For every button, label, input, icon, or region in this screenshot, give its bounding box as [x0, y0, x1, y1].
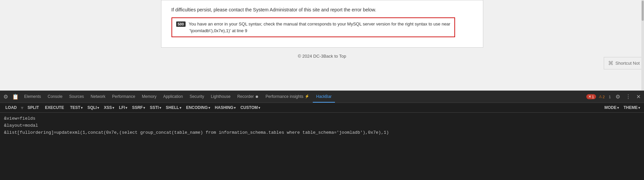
tabs-right-controls: ✕ 1 ⚠ 2 1 ⚙ ⋮ ✕ [586, 92, 643, 101]
close-devtools-button[interactable]: ✕ [634, 92, 643, 101]
shortcut-icon: ⌘ [608, 60, 613, 66]
lfi-arrow: ▾ [126, 106, 127, 110]
shortcut-panel: ⌘ Shortcut Not [604, 57, 644, 69]
tab-performance-insights[interactable]: Performance insights ⚡ [262, 91, 313, 103]
error-box: 500 You have an error in your SQL syntax… [171, 17, 455, 37]
scrollbar-thumb [642, 1, 644, 21]
sqli-arrow: ▾ [97, 106, 99, 110]
content-box: If difficulties persist, please contact … [161, 0, 483, 48]
tab-sources[interactable]: Sources [66, 91, 87, 103]
ssrf-arrow: ▾ [143, 106, 145, 110]
toolbar-right: MODE ▾ THEME ▾ [602, 104, 641, 111]
devtools-tabs: ⚙ 📋 Elements Console Sources Network Per… [0, 91, 644, 103]
recorder-icon: ⏺ [255, 95, 259, 99]
tab-console[interactable]: Console [44, 91, 66, 103]
devtools-panel: ⚙ 📋 Elements Console Sources Network Per… [0, 91, 644, 180]
ssrf-button[interactable]: SSRF ▾ [129, 104, 146, 111]
ssti-button[interactable]: SSTI ▾ [147, 104, 162, 111]
error-detail: '\joomladb\'),0x7e),1)' at line 9 [190, 28, 247, 33]
devtools-icon-left[interactable]: ⚙ [1, 92, 10, 101]
status-badge: 500 [176, 21, 186, 27]
right-scrollbar[interactable] [641, 0, 644, 91]
shell-button[interactable]: SHELL ▾ [163, 104, 183, 111]
sep1: ▾ [20, 105, 24, 111]
main-content: If difficulties persist, please contact … [0, 0, 644, 91]
lfi-button[interactable]: LFI ▾ [116, 104, 129, 111]
mode-arrow: ▾ [617, 106, 619, 110]
test-button[interactable]: TEST ▾ [67, 104, 84, 111]
test-arrow: ▾ [81, 106, 83, 110]
custom-button[interactable]: CUSTOM ▾ [238, 104, 261, 111]
performance-insights-icon: ⚡ [305, 94, 309, 99]
hackbar-toolbar: LOAD ▾ SPLIT EXECUTE TEST ▾ SQLI ▾ XSS ▾… [0, 103, 644, 113]
devtools-icon-inspect[interactable]: 📋 [10, 92, 21, 101]
copyright-text: © 2024 DC-3 [298, 54, 324, 59]
encoding-arrow: ▾ [208, 106, 210, 110]
tab-hackbar[interactable]: HackBar [313, 91, 335, 103]
hackbar-line-3: &list[fullordering]=updatexml(1,concat(0… [4, 129, 640, 136]
info-badge: 1 [607, 95, 612, 99]
tab-application[interactable]: Application [160, 91, 186, 103]
tab-performance[interactable]: Performance [109, 91, 139, 103]
mode-button[interactable]: MODE ▾ [602, 104, 620, 111]
xss-arrow: ▾ [112, 106, 114, 110]
tab-security[interactable]: Security [186, 91, 207, 103]
tab-memory[interactable]: Memory [139, 91, 160, 103]
hackbar-line-1: &view=fields [4, 115, 640, 122]
back-to-top-link[interactable]: Back to Top [324, 54, 346, 59]
tab-network[interactable]: Network [87, 91, 109, 103]
theme-button[interactable]: THEME ▾ [621, 104, 641, 111]
custom-arrow: ▾ [258, 106, 260, 110]
more-options-button[interactable]: ⋮ [624, 92, 633, 101]
xss-button[interactable]: XSS ▾ [101, 104, 115, 111]
tab-lighthouse[interactable]: Lighthouse [207, 91, 234, 103]
shortcut-label: Shortcut Not [615, 61, 640, 66]
theme-arrow: ▾ [638, 106, 640, 110]
contact-text: If difficulties persist, please contact … [171, 7, 473, 12]
tab-recorder[interactable]: Recorder ⏺ [234, 91, 262, 103]
warning-badge: ⚠ 2 [597, 94, 606, 99]
error-badge: ✕ 1 [586, 94, 596, 99]
hackbar-content[interactable]: &view=fields &layout=modal &list[fullord… [0, 113, 644, 180]
hashing-arrow: ▾ [234, 106, 236, 110]
ssti-arrow: ▾ [159, 106, 161, 110]
error-message: You have an error in your SQL syntax; ch… [189, 21, 450, 26]
split-button[interactable]: SPLIT [25, 104, 42, 111]
load-button[interactable]: LOAD [3, 104, 19, 111]
hashing-button[interactable]: HASHING ▾ [212, 104, 237, 111]
tab-elements[interactable]: Elements [21, 91, 44, 103]
hackbar-line-2: &layout=modal [4, 122, 640, 129]
execute-button[interactable]: EXECUTE [42, 104, 67, 111]
settings-button[interactable]: ⚙ [613, 92, 622, 101]
footer-bar: © 2024 DC-3 Back to Top [184, 50, 460, 62]
sqli-button[interactable]: SQLI ▾ [85, 104, 100, 111]
encoding-button[interactable]: ENCODING ▾ [183, 104, 211, 111]
shell-arrow: ▾ [180, 106, 181, 110]
